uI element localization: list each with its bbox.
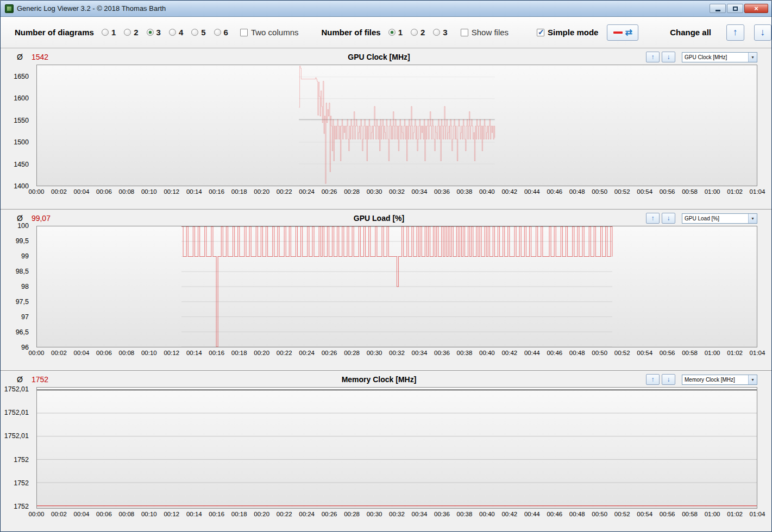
metric-dropdown[interactable]: Memory Clock [MHz] ▾ [682,375,757,385]
x-tick-label: 00:58 [682,350,698,356]
diagram-count-option-5[interactable]: 5 [191,28,205,37]
refresh-arrows-icon: ⇄ [625,27,632,37]
x-tick-label: 00:36 [434,511,450,517]
x-tick-label: 00:12 [164,511,179,517]
radio-icon [214,29,221,36]
close-button[interactable]: × [744,4,768,13]
x-tick-label: 00:22 [277,188,292,195]
x-tick-label: 00:24 [299,511,315,517]
y-tick-label: 1650 [14,73,29,80]
x-tick-label: 00:14 [186,350,202,356]
radio-option-label: 3 [156,28,161,37]
maximize-icon [733,7,738,11]
x-tick-label: 00:54 [637,350,652,356]
y-tick-label: 98 [21,283,29,290]
x-tick-label: 00:40 [479,188,495,195]
panel-move-up-button[interactable]: ↑ [646,213,660,224]
diagram-count-option-3[interactable]: 3 [147,28,161,37]
x-tick-label: 00:10 [141,511,157,517]
show-files-checkbox-box[interactable] [461,29,468,36]
panel-move-up-button[interactable]: ↑ [646,374,660,385]
x-tick-label: 00:34 [412,188,428,195]
y-tick-label: 1600 [14,94,29,102]
maximize-button[interactable] [727,4,743,13]
diagram-count-option-1[interactable]: 1 [102,28,116,37]
average-value: 1542 [32,53,48,61]
y-tick-label: 96,5 [16,328,29,336]
simple-mode-checkbox[interactable]: Simple mode [537,28,598,37]
number-of-diagrams-label: Number of diagrams [15,28,94,37]
radio-icon [124,29,131,36]
metric-dropdown-value: GPU Load [%] [682,216,719,221]
x-tick-label: 00:20 [254,511,269,517]
radio-icon [147,29,154,36]
radio-icon [433,29,440,36]
x-tick-label: 00:44 [524,188,540,195]
average-symbol: Ø [17,53,23,61]
panel-move-up-button[interactable]: ↑ [646,52,660,62]
two-columns-checkbox[interactable]: Two columns [240,28,299,37]
x-tick-label: 00:00 [29,188,45,195]
two-columns-label: Two columns [251,28,299,37]
x-tick-label: 01:02 [727,188,743,195]
y-tick-label: 98,5 [16,268,29,275]
metric-dropdown[interactable]: GPU Clock [MHz] ▾ [682,52,757,62]
x-tick-label: 00:26 [322,350,337,356]
panel-move-down-button[interactable]: ↓ [662,374,675,385]
minimize-button[interactable] [710,4,726,13]
file-count-option-3[interactable]: 3 [433,28,447,37]
x-tick-label: 00:38 [457,188,473,195]
x-tick-label: 00:30 [367,511,382,517]
y-tick-label: 1752,01 [4,432,29,440]
x-tick-label: 00:10 [141,188,157,195]
file-count-option-2[interactable]: 2 [411,28,425,37]
x-tick-label: 01:02 [727,350,743,356]
radio-icon [388,29,396,36]
diagram-count-option-4[interactable]: 4 [169,28,183,37]
change-all-up-button[interactable]: ↑ [726,24,744,41]
x-tick-label: 00:04 [74,188,90,195]
line-style-refresh-button[interactable]: ⇄ [607,24,638,41]
metric-dropdown[interactable]: GPU Load [%] ▾ [682,213,757,224]
x-tick-label: 00:44 [524,350,540,356]
radio-icon [169,29,176,36]
two-columns-checkbox-box[interactable] [240,29,248,36]
average-value: 99,07 [32,214,51,223]
x-tick-label: 00:02 [51,350,67,356]
diagram-count-option-2[interactable]: 2 [124,28,138,37]
x-tick-label: 00:54 [637,188,652,195]
x-tick-label: 00:32 [389,188,405,195]
radio-option-label: 5 [201,28,205,37]
change-all-down-button[interactable]: ↓ [754,24,771,41]
panel-move-down-button[interactable]: ↓ [662,52,675,62]
chart-title: GPU Clock [MHz] [1,53,757,61]
show-files-checkbox[interactable]: Show files [461,28,509,37]
y-tick-label: 1752 [14,479,29,487]
average-symbol: Ø [17,375,23,384]
x-tick-label: 01:00 [705,188,720,195]
x-tick-label: 00:28 [344,511,360,517]
x-tick-label: 00:06 [96,511,112,517]
y-tick-label: 100 [17,222,29,230]
x-tick-label: 00:52 [614,350,630,356]
x-tick-label: 00:08 [118,188,134,195]
diagram-count-radio-group: 123456 [102,28,228,37]
chevron-down-icon: ▾ [748,375,757,384]
x-tick-label: 01:04 [750,350,765,356]
x-tick-label: 00:40 [479,350,495,356]
down-arrow-icon: ↓ [760,27,765,38]
radio-option-label: 3 [443,28,447,37]
radio-icon [191,29,198,36]
panel-controls: ↑ ↓ Memory Clock [MHz] ▾ [646,374,757,385]
diagram-count-option-6[interactable]: 6 [214,28,228,37]
metric-dropdown-value: Memory Clock [MHz] [682,377,735,383]
x-tick-label: 00:52 [614,188,630,195]
panel-move-down-button[interactable]: ↓ [662,213,675,224]
y-tick-label: 1752 [14,456,29,464]
x-tick-label: 00:18 [231,188,247,195]
x-tick-label: 01:02 [727,511,743,517]
chart-panels: Ø 1542 GPU Clock [MHz] ↑ ↓ GPU Clock [MH… [1,48,771,531]
x-tick-label: 00:02 [51,188,67,195]
simple-mode-checkbox-box[interactable] [537,29,544,36]
file-count-option-1[interactable]: 1 [388,28,403,37]
